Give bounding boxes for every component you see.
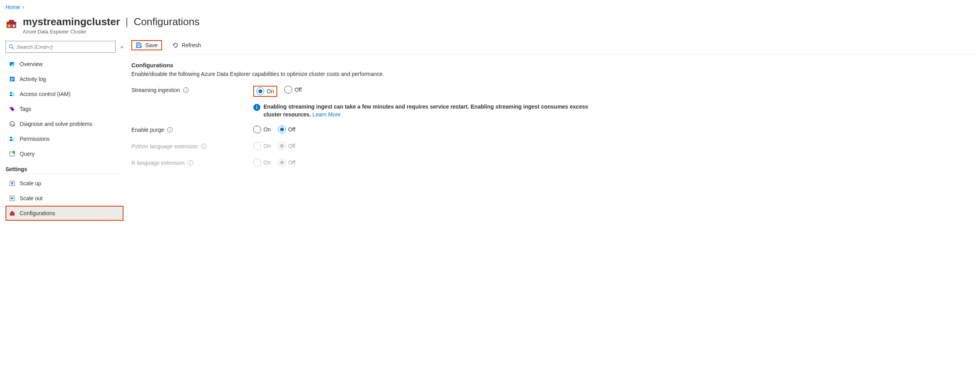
breadcrumb: Home › [6,4,974,10]
radio-streaming-on[interactable]: On [256,87,274,95]
search-box[interactable] [6,41,116,53]
section-description: Enable/disable the following Azure Data … [131,71,974,77]
svg-point-17 [11,108,11,109]
sidebar-item-configurations[interactable]: Configurations [6,206,123,221]
sidebar-item-label: Access control (IAM) [20,91,70,97]
sidebar-item-access-control[interactable]: Access control (IAM) [6,87,123,101]
breadcrumb-home[interactable]: Home [6,4,20,10]
radio-r-on: On [253,159,271,166]
sidebar-item-label: Overview [20,61,42,67]
search-icon [9,44,14,50]
radio-purge-on[interactable]: On [253,125,271,133]
sidebar-item-activity-log[interactable]: Activity log [6,72,123,87]
chevron-right-icon: › [22,4,24,10]
tags-icon [9,105,16,113]
scale-out-icon [9,195,16,202]
sidebar-item-label: Activity log [20,76,46,82]
sidebar-item-label: Configurations [20,210,55,216]
access-control-icon [9,90,16,98]
svg-marker-28 [11,197,14,200]
info-icon[interactable]: i [201,144,206,149]
info-icon[interactable]: i [167,127,173,133]
svg-rect-12 [11,79,14,80]
sidebar-item-label: Tags [20,106,31,112]
page-name: Configurations [134,16,200,28]
radio-r-off: Off [278,159,295,166]
section-title: Configurations [131,62,974,68]
sidebar-item-permissions[interactable]: Permissions [6,131,123,146]
svg-rect-5 [13,25,15,27]
refresh-button[interactable]: Refresh [168,41,205,50]
sidebar-item-label: Scale up [20,180,41,186]
config-label-purge: Enable purge i [131,125,253,133]
sidebar-item-tags[interactable]: Tags [6,101,123,116]
svg-point-20 [10,137,12,139]
svg-line-19 [14,125,15,126]
svg-marker-16 [10,107,15,111]
svg-rect-1 [7,22,16,24]
config-label-streaming: Streaming ingestion i [131,86,253,93]
svg-point-15 [13,92,14,94]
info-icon[interactable]: i [183,87,189,93]
radio-python-off: Off [278,142,295,150]
sidebar: « Overview Activity log Access control (… [6,39,123,221]
svg-rect-29 [10,212,15,216]
svg-rect-4 [11,25,13,27]
radio-purge-off[interactable]: Off [278,125,295,133]
diagnose-icon [9,120,16,127]
svg-rect-13 [11,80,13,81]
configurations-icon [9,210,16,217]
resource-name: mystreamingcluster [23,16,120,28]
config-row-streaming: Streaming ingestion i On Off [131,86,974,97]
sidebar-item-label: Diagnose and solve problems [20,121,92,127]
cluster-icon [6,18,17,30]
svg-point-6 [9,45,13,48]
config-row-purge: Enable purge i On Off [131,125,974,133]
save-icon [136,42,142,48]
main-content: Save Refresh Configurations Enable/disab… [131,39,974,175]
sidebar-item-overview[interactable]: Overview [6,57,123,72]
config-label-r: R language extension i [131,159,253,166]
sidebar-item-diagnose[interactable]: Diagnose and solve problems [6,116,123,131]
query-icon [9,150,16,157]
svg-line-7 [13,48,14,49]
sidebar-item-label: Permissions [20,136,50,142]
save-label: Save [145,42,158,48]
sidebar-section-settings: Settings [6,161,123,174]
svg-point-21 [13,137,14,139]
config-row-python: Python language extension i On Off [131,142,974,150]
sidebar-item-label: Scale out [20,195,42,201]
scale-up-icon [9,180,16,187]
svg-rect-2 [9,20,14,22]
config-label-python: Python language extension i [131,142,253,149]
save-button[interactable]: Save [131,40,162,50]
radio-group-streaming-on: On [253,86,277,97]
search-input[interactable] [17,44,112,50]
collapse-sidebar-button[interactable]: « [120,44,123,50]
toolbar: Save Refresh [131,39,974,55]
page-title: mystreamingcluster | Configurations [23,16,200,28]
radio-streaming-off[interactable]: Off [284,86,302,94]
overview-icon [9,61,16,68]
svg-rect-3 [8,25,10,27]
refresh-icon [172,42,179,48]
radio-group-purge: On Off [253,125,295,133]
radio-group-python: On Off [253,142,295,150]
sidebar-item-scale-up[interactable]: Scale up [6,176,123,191]
learn-more-link[interactable]: Learn More [313,111,341,118]
svg-point-14 [10,92,12,94]
sidebar-item-scale-out[interactable]: Scale out [6,191,123,206]
svg-rect-30 [11,211,13,212]
info-icon[interactable]: i [188,160,193,166]
refresh-label: Refresh [182,42,201,48]
info-message-streaming: i Enabling streaming ingest can take a f… [253,103,607,118]
sidebar-item-query[interactable]: Query [6,146,123,161]
svg-rect-11 [11,78,14,79]
radio-python-on: On [253,142,271,150]
svg-marker-26 [11,182,14,185]
permissions-icon [9,135,16,142]
config-row-r: R language extension i On Off [131,159,974,166]
sidebar-item-label: Query [20,151,35,157]
page-header: mystreamingcluster | Configurations Azur… [6,16,974,35]
activity-log-icon [9,76,16,83]
